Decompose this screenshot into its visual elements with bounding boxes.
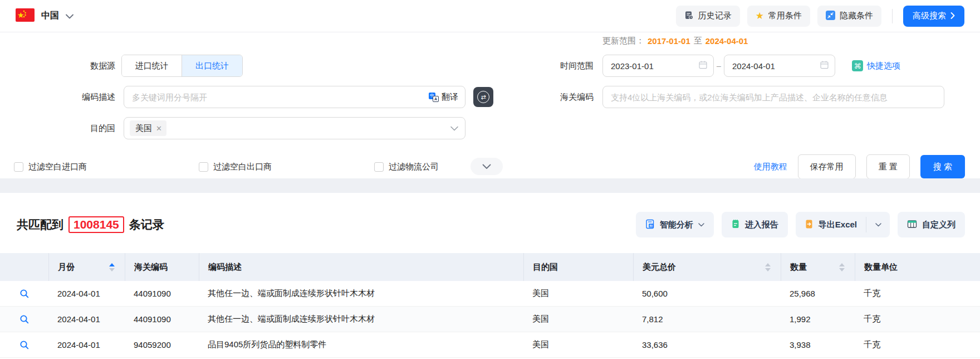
calendar-icon [820,60,829,72]
swap-button[interactable]: ⇄ [473,87,493,107]
destination-select[interactable]: 美国 ✕ [124,117,465,139]
quick-options-link[interactable]: ⌘ 快捷选项 [852,55,900,77]
reset-button[interactable]: 重 置 [866,154,910,179]
row-detail-button[interactable] [0,307,48,332]
topbar: ★ 中国 历史记录 ★ 常用条件 隐藏条件 [0,0,980,32]
history-button[interactable]: 历史记录 [676,6,740,27]
custom-columns-icon [907,220,917,230]
custom-columns-button[interactable]: 自定义列 [898,212,965,237]
results-toolbar: BI 智能分析 进入报告 导出Excel [636,212,965,237]
update-range-label: 更新范围： [602,36,644,46]
cell-description: 其他任一边、端或面制成连续形状针叶木木材 [199,281,523,306]
country-selector[interactable]: ★ 中国 [16,8,74,24]
hs-code-field [602,86,944,108]
cell-quantity: 3,938 [781,332,855,357]
header-usd-total[interactable]: 美元总价 [633,253,781,281]
translate-label: 翻译 [442,92,458,103]
table-header-row: 月份 海关编码 编码描述 目的国 美元总价 数量 数量单位 [0,253,980,281]
collapse-form-button[interactable] [471,158,503,175]
cell-quantity: 25,968 [781,281,855,306]
checkbox-icon[interactable] [14,162,23,172]
date-from-input[interactable] [602,55,714,77]
advanced-search-label: 高级搜索 [913,11,946,21]
cell-unit: 千克 [855,281,980,306]
sort-control[interactable] [765,263,771,271]
filter-actions: 使用教程 保存常用 重 置 搜 索 [754,155,965,178]
advanced-search-button[interactable]: 高级搜索 [903,6,964,27]
cell-description: 其他任一边、端或面制成连续形状针叶木木材 [199,307,523,332]
filter-bottom-row: 过滤空白进口商 过滤空白出口商 过滤物流公司 使用教程 保存常用 重 置 搜 索 [0,155,980,178]
header-unit: 数量单位 [855,253,980,281]
chevron-right-icon [950,11,955,21]
export-excel-label: 导出Excel [819,220,857,230]
update-range-to: 2024-04-01 [705,36,748,46]
cell-unit: 千克 [855,332,980,357]
translate-button[interactable]: 中A 翻译 [429,92,458,103]
date-to-value[interactable] [731,61,820,71]
row-detail-button[interactable] [0,281,48,306]
cell-usd-total: 7,812 [633,307,781,332]
checkbox-label: 过滤物流公司 [389,162,439,172]
time-range-label: 时间范围 [501,55,594,77]
header-month[interactable]: 月份 [48,253,125,281]
star-icon: ★ [756,11,764,21]
magnifier-icon [19,314,30,324]
sort-control[interactable] [109,263,115,271]
hide-conditions-button[interactable]: 隐藏条件 [817,6,881,27]
save-favorite-button[interactable]: 保存常用 [798,154,856,179]
enter-report-button[interactable]: 进入报告 [722,212,788,237]
update-range-note: 更新范围： 2017-01-01 至 2024-04-01 [602,36,748,46]
header-quantity[interactable]: 数量 [781,253,855,281]
cell-usd-total: 33,636 [633,332,781,357]
hs-code-input[interactable] [610,92,937,103]
checkbox-icon[interactable] [199,162,208,172]
cell-hs-code: 44091090 [125,281,199,306]
results-panel: 共匹配到 1008145 条记录 BI 智能分析 进入报告 [0,193,980,359]
export-excel-button[interactable]: 导出Excel [796,212,866,237]
tab-import-stats[interactable]: 进口统计 [122,55,182,76]
tutorial-link[interactable]: 使用教程 [754,162,787,172]
tag-close-icon[interactable]: ✕ [156,125,162,132]
checkbox-filter-blank-importer[interactable]: 过滤空白进口商 [14,155,87,178]
date-to-input[interactable] [724,55,835,77]
results-header: 共匹配到 1008145 条记录 BI 智能分析 进入报告 [17,212,965,237]
header-usd-total-label: 美元总价 [643,262,676,273]
checkbox-filter-logistics[interactable]: 过滤物流公司 [374,155,439,178]
smart-analysis-button[interactable]: BI 智能分析 [636,212,714,237]
update-range-joiner: 至 [694,36,702,46]
cell-unit: 千克 [855,307,980,332]
country-label: 中国 [41,10,59,22]
results-table: 月份 海关编码 编码描述 目的国 美元总价 数量 数量单位 [0,253,980,358]
checkbox-icon[interactable] [374,162,384,172]
smart-analysis-label: 智能分析 [660,220,693,230]
section-divider [0,178,980,193]
code-desc-input[interactable] [131,92,429,103]
collapse-icon [826,11,835,22]
search-button[interactable]: 搜 索 [920,155,965,178]
update-range-from: 2017-01-01 [648,36,690,46]
table-row: 2024-04-01 94059200 品目9405所列货品的塑料制零件 美国 … [0,332,980,358]
sort-control[interactable] [839,263,845,271]
favorites-label: 常用条件 [768,11,802,21]
cell-month: 2024-04-01 [48,332,125,357]
translate-icon: 中A [429,93,439,102]
date-range-separator: – [714,55,724,77]
export-options-dropdown[interactable] [866,212,890,237]
china-flag-icon: ★ [16,8,35,24]
checkbox-filter-blank-exporter[interactable]: 过滤空白出口商 [199,155,272,178]
cell-destination: 美国 [523,281,633,306]
table-row: 2024-04-01 44091090 其他任一边、端或面制成连续形状针叶木木材… [0,281,980,307]
data-source-label: 数据源 [0,55,115,77]
destination-label: 目的国 [0,117,115,139]
cell-destination: 美国 [523,332,633,357]
tab-export-stats[interactable]: 出口统计 [182,55,242,76]
magnifier-icon [19,340,30,350]
chevron-down-icon [450,123,458,133]
header-destination: 目的国 [523,253,633,281]
date-from-value[interactable] [610,61,698,71]
row-detail-button[interactable] [0,332,48,357]
chevron-down-icon [66,11,74,21]
destination-tag: 美国 ✕ [130,120,166,136]
cell-month: 2024-04-01 [48,307,125,332]
favorites-button[interactable]: ★ 常用条件 [747,6,810,27]
